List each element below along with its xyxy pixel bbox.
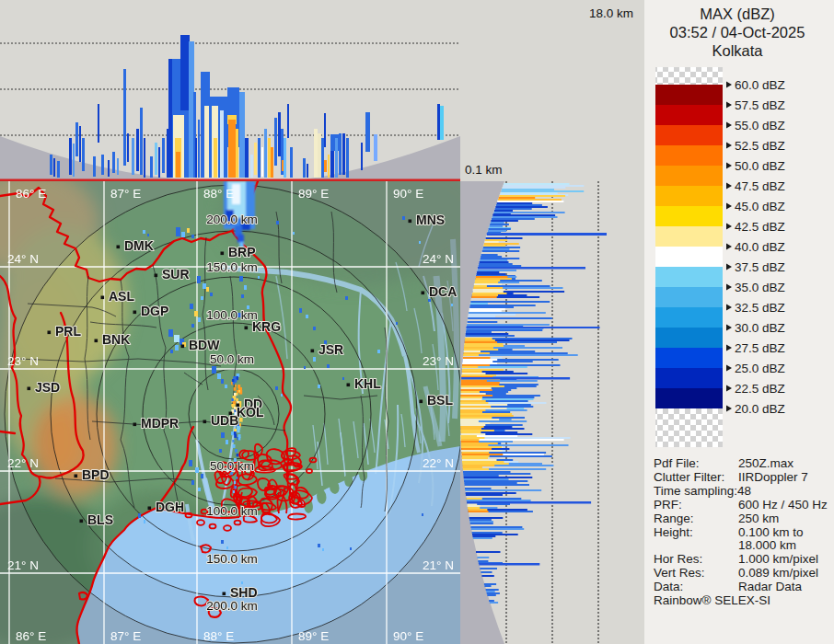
svg-text:89° E: 89° E: [298, 187, 329, 201]
svg-text:Height:: Height:: [654, 525, 693, 539]
svg-text:BSL: BSL: [427, 393, 453, 408]
svg-text:50.0 km: 50.0 km: [210, 459, 254, 473]
svg-text:52.5 dBZ: 52.5 dBZ: [735, 139, 785, 153]
svg-text:1.000 km/pixel: 1.000 km/pixel: [738, 552, 818, 566]
svg-text:60.0 dBZ: 60.0 dBZ: [735, 78, 785, 92]
svg-text:Rainbow® SELEX-SI: Rainbow® SELEX-SI: [654, 593, 770, 607]
svg-text:24° N: 24° N: [423, 252, 454, 266]
svg-text:DGH: DGH: [156, 500, 184, 514]
svg-text:KRG: KRG: [252, 319, 281, 334]
svg-text:BNK: BNK: [102, 332, 130, 347]
svg-text:89° E: 89° E: [298, 629, 329, 643]
svg-text:200.0 km: 200.0 km: [206, 213, 258, 226]
svg-text:Vert Res:: Vert Res:: [654, 566, 705, 580]
svg-text:PRL: PRL: [55, 324, 81, 339]
svg-text:UDB: UDB: [211, 413, 238, 428]
svg-text:23° N: 23° N: [7, 354, 39, 368]
svg-text:87° E: 87° E: [110, 629, 141, 643]
svg-text:KHL: KHL: [354, 376, 381, 391]
svg-text:32.5 dBZ: 32.5 dBZ: [735, 301, 785, 315]
svg-text:27.5 dBZ: 27.5 dBZ: [735, 341, 785, 355]
svg-text:MNS: MNS: [416, 213, 445, 227]
svg-text:22.5 dBZ: 22.5 dBZ: [735, 382, 785, 396]
svg-text:BLS: BLS: [87, 512, 113, 527]
svg-text:47.5 dBZ: 47.5 dBZ: [735, 179, 785, 193]
svg-text:55.0 dBZ: 55.0 dBZ: [735, 119, 785, 132]
svg-text:20.0 dBZ: 20.0 dBZ: [735, 402, 785, 416]
svg-text:21° N: 21° N: [423, 558, 454, 572]
svg-text:21° N: 21° N: [7, 558, 39, 572]
svg-text:BDW: BDW: [189, 338, 220, 352]
svg-text:90° E: 90° E: [393, 629, 423, 643]
svg-text:250Z.max: 250Z.max: [738, 456, 793, 470]
svg-text:90° E: 90° E: [393, 187, 423, 201]
svg-text:KOL: KOL: [237, 405, 264, 420]
svg-text:35.0 dBZ: 35.0 dBZ: [735, 281, 785, 294]
svg-text:ASL: ASL: [109, 289, 134, 304]
svg-text:40.0 dBZ: 40.0 dBZ: [735, 240, 785, 254]
svg-text:SHD: SHD: [230, 585, 258, 600]
svg-text:Data:: Data:: [654, 580, 683, 593]
svg-text:Range:: Range:: [654, 512, 694, 525]
svg-text:Kolkata: Kolkata: [712, 42, 763, 59]
svg-text:BPD: BPD: [82, 467, 110, 482]
svg-text:Clutter Filter:: Clutter Filter:: [654, 470, 724, 484]
svg-text:PRF:: PRF:: [654, 498, 682, 512]
svg-text:50.0 km: 50.0 km: [210, 352, 254, 366]
svg-text:42.5 dBZ: 42.5 dBZ: [735, 220, 785, 234]
svg-text:18.000 km: 18.000 km: [738, 538, 796, 552]
svg-text:JSD: JSD: [35, 380, 60, 395]
svg-text:03:52 / 04-Oct-2025: 03:52 / 04-Oct-2025: [670, 24, 805, 40]
svg-text:88° E: 88° E: [203, 629, 234, 643]
svg-text:22° N: 22° N: [7, 456, 39, 470]
svg-text:25.0 dBZ: 25.0 dBZ: [735, 362, 785, 375]
svg-text:88° E: 88° E: [203, 187, 234, 201]
svg-text:DCA: DCA: [429, 284, 457, 299]
svg-text:86° E: 86° E: [16, 187, 46, 201]
svg-text:37.5 dBZ: 37.5 dBZ: [735, 260, 785, 274]
svg-text:0.089 km/pixel: 0.089 km/pixel: [738, 566, 818, 580]
svg-text:24° N: 24° N: [7, 252, 39, 266]
svg-text:23° N: 23° N: [423, 354, 454, 368]
svg-text:57.5 dBZ: 57.5 dBZ: [735, 98, 785, 112]
svg-text:86° E: 86° E: [16, 629, 46, 643]
svg-text:Radar Data: Radar Data: [738, 580, 803, 593]
svg-text:150.0 km: 150.0 km: [206, 260, 258, 274]
svg-text:MAX (dBZ): MAX (dBZ): [700, 6, 775, 22]
svg-text:IIRDoppler 7: IIRDoppler 7: [738, 470, 808, 484]
svg-text:200.0 km: 200.0 km: [206, 599, 258, 613]
svg-text:45.0 dBZ: 45.0 dBZ: [735, 200, 785, 213]
svg-text:Hor Res:: Hor Res:: [654, 552, 702, 566]
svg-text:250 km: 250 km: [738, 512, 779, 525]
svg-text:Time sampling:48: Time sampling:48: [654, 484, 751, 498]
svg-text:0.1 km: 0.1 km: [465, 163, 503, 177]
svg-text:150.0 km: 150.0 km: [206, 552, 258, 566]
svg-text:MDPR: MDPR: [141, 416, 179, 431]
svg-text:100.0 km: 100.0 km: [206, 308, 258, 322]
svg-text:600 Hz / 450 Hz: 600 Hz / 450 Hz: [738, 498, 828, 512]
svg-text:50.0 dBZ: 50.0 dBZ: [735, 159, 785, 173]
svg-text:DGP: DGP: [141, 304, 168, 318]
svg-text:SUR: SUR: [162, 267, 190, 282]
svg-text:DMK: DMK: [124, 238, 154, 253]
svg-text:JSR: JSR: [319, 342, 343, 357]
svg-text:87° E: 87° E: [110, 187, 141, 201]
svg-text:30.0 dBZ: 30.0 dBZ: [735, 321, 785, 335]
svg-text:100.0 km: 100.0 km: [206, 504, 258, 518]
svg-text:BRP: BRP: [228, 245, 256, 259]
svg-text:18.0 km: 18.0 km: [589, 6, 633, 20]
svg-text:0.100 km to: 0.100 km to: [738, 525, 804, 539]
svg-text:Pdf File:: Pdf File:: [654, 456, 700, 470]
svg-text:22° N: 22° N: [423, 456, 454, 470]
